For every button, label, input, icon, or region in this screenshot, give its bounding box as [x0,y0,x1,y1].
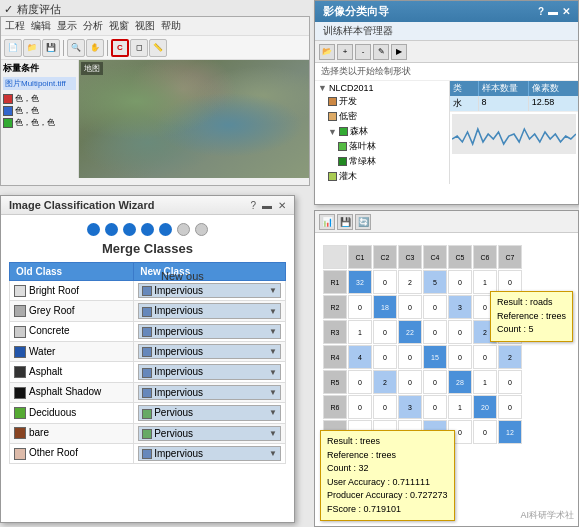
new-class-cell[interactable]: Pervious ▼ [134,423,286,443]
tooltip-trees-prod-acc: Producer Accuracy : 0.727273 [327,489,448,503]
wizard-panel: Image Classification Wizard ? ▬ ✕ Merge … [0,195,295,523]
conf-btn-3[interactable]: 🔄 [355,214,371,230]
tree-panel: ▼NLCD2011 开发 低密 ▼森林 落叶林 常绿林 灌木 草本 [315,81,450,184]
tree-item-shrub[interactable]: 灌木 [316,169,448,184]
new-class-cell[interactable]: Impervious ▼ [134,382,286,402]
tree-hint: 选择类以开始绘制形状 [315,63,578,81]
tooltip-roads-reference: Reference : trees [497,310,566,324]
new-class-cell[interactable]: Impervious ▼ [134,281,286,301]
legend-section: 色，色 色，色 色，色，色 [3,93,76,128]
step-dot-4 [141,223,154,236]
tree-label-nlcd: NLCD2011 [329,83,374,93]
tree-item-evergreen[interactable]: 常绿林 [316,154,448,169]
menu-project[interactable]: 工程 [5,19,25,33]
right-panel-subtitle: 训练样本管理器 [315,22,578,41]
rp-btn-1[interactable]: 📂 [319,44,335,60]
toolbar-btn-classify[interactable]: C [111,39,129,57]
check-mark: ✓ [4,3,13,16]
detail-panel: 类 样本数量 像素数 水 8 12.58 [450,81,578,184]
old-class-cell: Water [10,342,134,362]
old-class-cell: Grey Roof [10,301,134,321]
new-class-cell[interactable]: Impervious ▼ [134,443,286,463]
stats-class: 水 [450,96,479,111]
step-dot-2 [105,223,118,236]
right-panel-title: 影像分类向导 [323,4,389,19]
right-panel-close[interactable]: ✕ [562,6,570,17]
wizard-minimize-btn[interactable]: ▬ [262,200,272,211]
new-class-cell[interactable]: Impervious ▼ [134,301,286,321]
toolbar-btn-open[interactable]: 📁 [23,39,41,57]
wizard-help-btn[interactable]: ? [250,200,256,211]
new-ous-label: New ous [161,270,204,282]
satellite-map [79,60,309,178]
wizard-close-btn[interactable]: ✕ [278,200,286,211]
rp-btn-5[interactable]: ▶ [391,44,407,60]
tooltip-roads-result: Result : roads [497,296,566,310]
tree-item-low[interactable]: 低密 [316,109,448,124]
step-dot-6 [177,223,190,236]
menu-analyze[interactable]: 分析 [83,19,103,33]
legend-building: 色，色 [15,93,39,104]
new-class-cell[interactable]: Impervious ▼ [134,342,286,362]
toolbar-btn-new[interactable]: 📄 [4,39,22,57]
gis-app: 工程 编辑 显示 分析 视窗 视图 帮助 📄 📁 💾 🔍 ✋ C ◻ 📏 标量条… [0,16,310,186]
conf-btn-1[interactable]: 📊 [319,214,335,230]
rp-btn-2[interactable]: + [337,44,353,60]
menu-help[interactable]: 帮助 [161,19,181,33]
tree-item-forest[interactable]: ▼森林 [316,124,448,139]
step-dot-3 [123,223,136,236]
stats-col-samples: 样本数量 [479,81,529,96]
old-class-cell: Bright Roof [10,281,134,301]
gis-sidebar-section: 标量条件 [3,62,76,75]
rp-btn-3[interactable]: - [355,44,371,60]
tree-item-nlcd[interactable]: ▼NLCD2011 [316,82,448,94]
new-class-cell[interactable]: Pervious ▼ [134,403,286,423]
precision-header: ✓ 精度评估 [4,2,61,17]
toolbar-btn-measure[interactable]: 📏 [149,39,167,57]
toolbar-btn-pan[interactable]: ✋ [86,39,104,57]
menu-view[interactable]: 视图 [135,19,155,33]
right-panel-minimize[interactable]: ▬ [548,6,558,17]
tree-item-develop[interactable]: 开发 [316,94,448,109]
wizard-table-row: Bright Roof Impervious ▼ [10,281,286,301]
tree-item-deciduous[interactable]: 落叶林 [316,139,448,154]
wizard-title: Image Classification Wizard [9,199,154,211]
wizard-table-row: Asphalt Shadow Impervious ▼ [10,382,286,402]
wizard-steps [9,223,286,236]
tooltip-roads: Result : roads Reference : trees Count :… [490,291,573,342]
matrix-display: C1 C2 C3 C4 C5 C6 C7 R1 32 0 2 5 0 1 0 R… [315,233,578,452]
new-class-cell[interactable]: Impervious ▼ [134,321,286,341]
menu-edit[interactable]: 编辑 [31,19,51,33]
old-class-cell: Other Roof [10,443,134,463]
conf-btn-2[interactable]: 💾 [337,214,353,230]
old-class-cell: Asphalt Shadow [10,382,134,402]
tooltip-trees-reference: Reference : trees [327,449,448,463]
tooltip-trees: Result : trees Reference : trees Count :… [320,430,455,521]
wizard-table-row: Concrete Impervious ▼ [10,321,286,341]
tooltip-trees-count: Count : 32 [327,462,448,476]
waveform-display [452,114,576,154]
gis-file-item[interactable]: 图片Multipoint.tiff [3,77,76,90]
gis-menubar: 工程 编辑 显示 分析 视窗 视图 帮助 [1,17,309,36]
stats-samples: 8 [479,96,529,111]
tooltip-trees-user-acc: User Accuracy : 0.711111 [327,476,448,490]
confusion-matrix-panel: 📊 💾 🔄 C1 C2 C3 C4 C5 C6 C7 R1 32 0 2 5 0… [314,210,579,527]
wizard-table-row: Grey Roof Impervious ▼ [10,301,286,321]
wizard-table: Old Class New Class Bright Roof Impervio… [9,262,286,464]
col-new-class: New Class [134,263,286,281]
right-panel-titlebar: 影像分类向导 ? ▬ ✕ [315,1,578,22]
new-class-cell[interactable]: Impervious ▼ [134,362,286,382]
toolbar-btn-select[interactable]: ◻ [130,39,148,57]
toolbar-btn-zoom[interactable]: 🔍 [67,39,85,57]
right-panel-help[interactable]: ? [538,6,544,17]
menu-display[interactable]: 显示 [57,19,77,33]
tooltip-roads-count: Count : 5 [497,323,566,337]
tooltip-trees-fscore: FScore : 0.719101 [327,503,448,517]
legend-veg: 色，色，色 [15,117,55,128]
menu-window[interactable]: 视窗 [109,19,129,33]
toolbar-btn-save[interactable]: 💾 [42,39,60,57]
wizard-table-row: Other Roof Impervious ▼ [10,443,286,463]
rp-btn-4[interactable]: ✎ [373,44,389,60]
step-dot-1 [87,223,100,236]
stats-pixels: 12.58 [529,96,578,111]
